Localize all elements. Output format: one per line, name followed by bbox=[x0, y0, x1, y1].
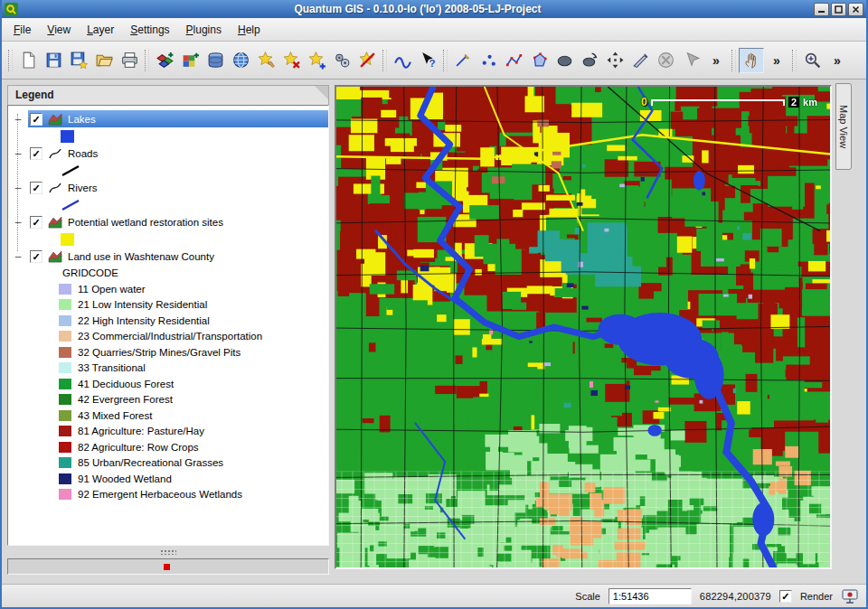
legend-tree[interactable]: –✓Lakes–✓Roads–✓Rivers–✓Potential wetlan… bbox=[7, 105, 329, 546]
pan-map-button[interactable] bbox=[739, 48, 764, 73]
toolbar-handle[interactable] bbox=[8, 50, 13, 71]
layer-checkbox[interactable]: ✓ bbox=[30, 113, 42, 126]
split-feature-button[interactable] bbox=[627, 48, 653, 73]
legend-class-row: 81 Agriculture: Pasture/Hay bbox=[8, 424, 328, 440]
delete-selected-icon bbox=[656, 51, 675, 70]
window-controls bbox=[814, 3, 863, 16]
expander-icon[interactable]: – bbox=[8, 217, 28, 228]
layer-row[interactable]: –✓Land use in Washtenaw County bbox=[8, 248, 328, 265]
layer-row[interactable]: –✓Roads bbox=[8, 145, 328, 162]
layer-row-body[interactable]: ✓Rivers bbox=[28, 179, 328, 196]
close-button[interactable] bbox=[848, 3, 863, 16]
remove-layer-button[interactable] bbox=[278, 48, 304, 73]
class-label: 33 Transitional bbox=[78, 362, 146, 373]
open-project-button[interactable] bbox=[91, 48, 117, 73]
add-all-to-overview-button[interactable] bbox=[304, 48, 329, 73]
class-label: 21 Low Intensity Residential bbox=[78, 299, 207, 310]
layer-checkbox[interactable]: ✓ bbox=[30, 250, 42, 263]
whats-this-button[interactable]: ? bbox=[415, 48, 440, 73]
toolbar-handle[interactable] bbox=[731, 50, 736, 71]
save-project-as-button[interactable] bbox=[66, 48, 91, 73]
layer-row-body[interactable]: ✓Roads bbox=[28, 145, 328, 162]
select-arrow-button[interactable] bbox=[678, 48, 703, 73]
legend-class-row: 82 Agriculture: Row Crops bbox=[8, 439, 328, 455]
move-feature-button[interactable] bbox=[602, 48, 627, 73]
add-all-to-overview-icon bbox=[307, 51, 326, 70]
render-checkbox[interactable]: ✓ bbox=[779, 590, 792, 603]
toolbar-handle[interactable] bbox=[443, 50, 448, 71]
new-vector-layer-button[interactable] bbox=[253, 48, 278, 73]
zoom-in-icon bbox=[803, 51, 822, 70]
layer-row[interactable]: –✓Rivers bbox=[8, 179, 328, 196]
chevron-zoom-button[interactable]: » bbox=[825, 48, 850, 73]
capture-polyline-button[interactable] bbox=[501, 48, 526, 73]
menu-file[interactable]: File bbox=[5, 21, 39, 39]
capture-line-button[interactable] bbox=[450, 48, 476, 73]
expander-icon[interactable]: – bbox=[8, 148, 28, 159]
show-all-layers-button[interactable] bbox=[329, 48, 354, 73]
scale-bar: 0 2 km bbox=[641, 96, 817, 108]
expander-icon[interactable]: – bbox=[8, 183, 28, 193]
hide-all-layers-button[interactable] bbox=[354, 48, 380, 73]
expander-icon[interactable]: – bbox=[8, 114, 28, 125]
line-layer-icon bbox=[48, 146, 62, 161]
menu-layer[interactable]: Layer bbox=[79, 21, 122, 39]
legend-attribute-row: GRIDCODE bbox=[8, 265, 328, 281]
chevron-edit-button[interactable]: » bbox=[703, 48, 729, 73]
delete-selected-button[interactable] bbox=[653, 48, 678, 73]
toolbar-handle[interactable] bbox=[382, 50, 387, 71]
map-canvas[interactable] bbox=[336, 87, 830, 567]
save-project-button[interactable] bbox=[41, 48, 66, 73]
layer-symbol-row bbox=[8, 127, 328, 145]
expander-icon[interactable]: – bbox=[8, 251, 28, 262]
title-bar[interactable]: Quantum GIS - 0.10.0-Io ('Io') 2008-05-L… bbox=[2, 0, 866, 18]
add-wms-layer-button[interactable] bbox=[228, 48, 253, 73]
toolbar-handle[interactable] bbox=[792, 50, 797, 71]
legend-class-row: 22 High Intensity Residential bbox=[8, 313, 328, 329]
chevron-right-icon: » bbox=[712, 54, 720, 67]
menu-view[interactable]: View bbox=[39, 21, 79, 39]
measure-line-button[interactable] bbox=[390, 48, 415, 73]
menu-help[interactable]: Help bbox=[230, 21, 269, 39]
legend-overview-splitter[interactable] bbox=[7, 548, 329, 557]
add-vector-layer-button[interactable] bbox=[152, 48, 177, 73]
add-raster-layer-button[interactable] bbox=[177, 48, 203, 73]
add-postgis-layer-button[interactable] bbox=[203, 48, 228, 73]
tab-map-view[interactable]: Map View bbox=[835, 83, 852, 170]
legend-class-row: 43 Mixed Forest bbox=[8, 408, 328, 424]
layer-symbol-row bbox=[8, 162, 328, 179]
class-color-chip bbox=[59, 426, 71, 436]
select-arrow-icon bbox=[682, 51, 701, 70]
minimize-button[interactable] bbox=[814, 3, 829, 16]
ellipse-tool-button[interactable] bbox=[552, 48, 577, 73]
layer-symbol-swatch bbox=[61, 164, 74, 177]
menu-settings[interactable]: Settings bbox=[122, 21, 177, 39]
rotate-ellipse-tool-button[interactable] bbox=[577, 48, 602, 73]
layer-row-body[interactable]: ✓Land use in Washtenaw County bbox=[28, 248, 328, 265]
capture-polygon-button[interactable] bbox=[526, 48, 552, 73]
zoom-in-button[interactable] bbox=[799, 48, 825, 73]
layer-row-body[interactable]: ✓Lakes bbox=[28, 110, 328, 127]
projector-icon[interactable] bbox=[841, 588, 859, 604]
new-project-icon bbox=[19, 51, 38, 70]
menubar: FileViewLayerSettingsPluginsHelp bbox=[2, 18, 866, 42]
toolbar-handle[interactable] bbox=[145, 50, 149, 71]
layer-checkbox[interactable]: ✓ bbox=[30, 147, 42, 160]
print-button[interactable] bbox=[117, 48, 142, 73]
layer-row[interactable]: –✓Lakes bbox=[8, 110, 328, 127]
new-project-button[interactable] bbox=[15, 48, 41, 73]
layer-row-body[interactable]: ✓Potential wetland restoration sites bbox=[28, 213, 328, 230]
capture-point-button[interactable] bbox=[476, 48, 501, 73]
scale-bar-line bbox=[651, 99, 785, 106]
layer-label: Land use in Washtenaw County bbox=[68, 251, 214, 262]
scale-input[interactable] bbox=[609, 588, 692, 604]
layer-checkbox[interactable]: ✓ bbox=[30, 182, 42, 194]
chevron-pan-button[interactable]: » bbox=[764, 48, 789, 73]
layer-checkbox[interactable]: ✓ bbox=[30, 216, 42, 229]
rotate-ellipse-tool-icon bbox=[580, 51, 599, 70]
add-vector-layer-icon bbox=[156, 51, 175, 70]
menu-plugins[interactable]: Plugins bbox=[178, 21, 230, 39]
maximize-button[interactable] bbox=[831, 3, 846, 16]
layer-row[interactable]: –✓Potential wetland restoration sites bbox=[8, 213, 328, 230]
overview-panel[interactable] bbox=[7, 558, 329, 575]
